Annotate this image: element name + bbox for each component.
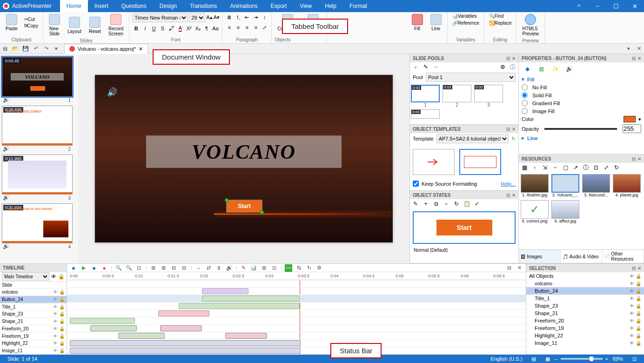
prop-size-icon[interactable]: ▦ [537,65,545,73]
slide-thumbnails-panel[interactable]: 0:03.45VOLCANO 🔊1 0:28.839WHAT IS A VOLC… [0,54,78,263]
superscript-icon[interactable]: X² [185,24,193,33]
tab-view[interactable]: View [293,0,318,12]
indent-dec-icon[interactable]: ⇤ [243,13,251,21]
sel-shape23[interactable]: Shape_23👁 🔒 [526,302,644,309]
window-maximize[interactable]: ☐ [607,0,625,12]
tl-track-shape23[interactable]: Shape_23👁 🔒 [0,311,67,318]
tab-questions[interactable]: Questions [115,0,153,12]
tl-track-button24[interactable]: Button_24👁 🔒 [0,296,67,303]
tl-track-image11[interactable]: Image_11👁 🔒 [0,347,67,355]
sel-button24[interactable]: Button_24👁 🔒 [526,287,644,295]
qat-save-icon[interactable]: 💾 [20,44,31,54]
grow-font-icon[interactable]: A▴ [206,13,212,21]
tl-track-volcano[interactable]: volcano👁 🔒 [0,289,67,296]
align-right-icon[interactable]: ≡ [243,23,251,32]
export-res-icon[interactable]: ▢ [562,164,569,171]
del-state-icon[interactable]: − [443,200,450,208]
tl-lock-icon[interactable]: 🔒 [58,274,65,280]
tab-help[interactable]: Help [318,0,343,12]
refresh-icon[interactable]: ↻ [511,136,516,142]
slide-thumb-2[interactable]: 0:28.839WHAT IS A VOLCANO? 🔊2 [2,106,73,152]
sel-shape21[interactable]: Shape_21👁 🔒 [526,309,644,317]
delete-icon[interactable]: − [432,63,440,71]
settings-icon[interactable]: ⚙ [499,63,506,71]
font-color-icon[interactable]: A [176,24,184,33]
insert-res-icon[interactable]: ↗ [572,164,579,171]
pool-slide-3[interactable]: 0:033 [474,85,503,108]
align-left-icon[interactable]: ≡ [225,23,233,32]
tl-cc-icon[interactable]: CC [285,264,292,272]
new-slide-button[interactable]: New Slide [46,13,63,37]
copy-button[interactable]: ⧉ Copy [22,22,40,29]
font-size-select[interactable]: 28 [189,13,205,22]
tl-track-shape21[interactable]: Shape_21👁 🔒 [0,318,67,325]
view-sorter-icon[interactable]: ▦ [541,356,555,362]
sel-freeform20[interactable]: Freeform_20👁 🔒 [526,317,644,324]
tl-stop-icon[interactable]: ■ [90,264,98,272]
slide-thumb-4[interactable]: 0:31.934CLASSIFICATION OF VOLCANOES 🔊4 [2,203,73,249]
tl-zoomfit-icon[interactable]: ⊡ [135,264,143,272]
panel-toggle-icon[interactable]: ▾ [624,44,634,54]
case-icon[interactable]: Aa [212,24,220,33]
opacity-input[interactable] [623,124,641,133]
prop-effects-icon[interactable]: ✨ [551,65,559,73]
numbering-icon[interactable]: ⒈ [234,13,242,21]
tab-animations[interactable]: Animations [223,0,264,12]
tl-track-freeform20[interactable]: Freeform_20👁 🔒 [0,325,67,333]
fill-gradient-radio[interactable] [522,100,528,106]
canvas-area[interactable]: Document Window 🔊 VOLCANO Start [78,54,409,263]
sel-highlight22[interactable]: Highlight_22👁 🔒 [526,332,644,339]
tab-format[interactable]: Format [343,0,374,12]
reset-state-icon[interactable]: ↻ [453,200,460,208]
pool-slide-4[interactable]: 0:03 [411,109,440,119]
zoom-out-icon[interactable]: – [555,356,557,362]
info-res-icon[interactable]: ⓘ [582,164,590,171]
check-state-icon[interactable]: ✓ [473,200,481,208]
replace-button[interactable]: 🔁 Replace [487,20,514,26]
scale-icon[interactable]: ⤢ [603,164,610,171]
shrink-font-icon[interactable]: A▾ [214,13,220,21]
tab-design[interactable]: Design [153,0,183,12]
slide-title[interactable]: VOLCANO [146,135,342,168]
resources-tab-images[interactable]: 🖼 Images [519,250,561,263]
subscript-icon[interactable]: X₂ [194,24,202,33]
resource-4[interactable]: 4. planet.jpg [613,174,641,197]
dup-state-icon[interactable]: ⧉ [432,200,440,208]
bullets-icon[interactable]: ≣ [225,13,233,21]
zoom-slider[interactable] [561,358,603,360]
view-normal-icon[interactable]: ▤ [527,356,541,362]
pool-select[interactable]: Pool 1 [426,73,516,82]
qat-undo-icon[interactable]: ↶ [31,44,41,54]
font-family-select[interactable]: Times New Roman (Heading) [132,13,188,22]
record-screen-button[interactable]: Record Screen [106,13,126,37]
line-spacing-icon[interactable]: ↕ [261,13,268,21]
tl-track-slide[interactable]: Slide [0,282,67,289]
find-button[interactable]: 🔍 Find [487,13,514,19]
del-res-icon[interactable]: − [551,164,559,171]
tl-rec-icon[interactable]: ■ [70,264,77,272]
tl-marker-icon[interactable]: ● [101,264,108,272]
slide-thumb-3[interactable]: 0:11.965 🔊3 [2,155,73,201]
opacity-slider[interactable] [544,128,617,130]
underline-icon[interactable]: U [150,24,158,33]
color-swatch[interactable] [624,116,636,122]
tl-track-highlight22[interactable]: Highlight_22👁 🔒 [0,340,67,348]
qat-new-icon[interactable]: ▤ [0,44,10,54]
panel-close-icon[interactable]: ✕ [634,44,644,54]
layout-button[interactable]: Layout [65,16,84,35]
sel-volcano[interactable]: volcano👁 🔒 [526,280,644,287]
document-tab[interactable]: Volcano - volcano.approj* ✕ [64,44,148,54]
justify-icon[interactable]: ≡ [252,23,260,32]
tl-track-freeform19[interactable]: Freeform_19👁 🔒 [0,333,67,340]
resource-6[interactable]: 6. affect.jpg [551,200,579,223]
strike-icon[interactable]: S [159,24,167,33]
sel-freeform19[interactable]: Freeform_19👁 🔒 [526,324,644,332]
timeline-select[interactable]: Main Timeline [2,272,49,281]
slide-canvas[interactable]: 🔊 VOLCANO Start [95,75,393,242]
tl-pin-icon[interactable]: ⊟ [505,264,513,272]
add-icon[interactable]: ＋ [412,63,419,71]
view-grid-icon[interactable]: ▦ [521,164,528,171]
prop-audio-icon[interactable]: 🔊 [565,65,573,73]
qat-redo-icon[interactable]: ↷ [41,44,51,54]
tl-zoomout-icon[interactable]: 🔍 [125,264,133,272]
